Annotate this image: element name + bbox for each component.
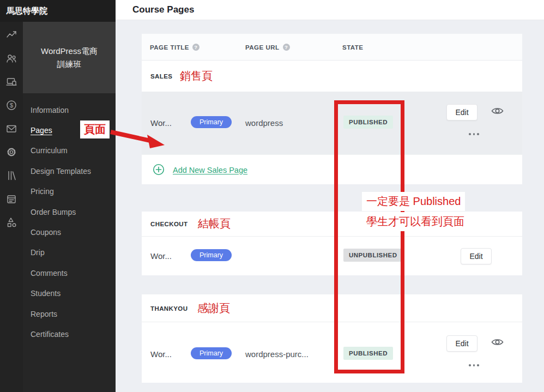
- thankyou-section-header: THANKYOU 感謝頁: [142, 294, 522, 322]
- edit-button[interactable]: Edit: [461, 248, 492, 264]
- sidebar-item-design-templates[interactable]: Design Templates: [23, 161, 116, 181]
- sidebar-item-reports[interactable]: Reports: [23, 304, 116, 324]
- main-area: Course Pages PAGE TITLE ? PAGE URL ? STA…: [116, 0, 544, 392]
- revenue-icon[interactable]: $: [5, 99, 17, 111]
- primary-badge: Primary: [191, 249, 232, 261]
- column-page-title: PAGE TITLE ?: [150, 34, 200, 61]
- plus-circle-icon[interactable]: [153, 164, 165, 176]
- sidebar-item-curriculum[interactable]: Curriculum: [23, 141, 116, 161]
- school-name[interactable]: 馬思特學院: [0, 0, 116, 22]
- section-label-checkout: CHECKOUT: [150, 221, 188, 227]
- more-options-icon[interactable]: [469, 364, 479, 366]
- sidebar-item-coupons[interactable]: Coupons: [23, 222, 116, 242]
- preview-eye-icon[interactable]: [491, 337, 504, 349]
- published-note-line1: 一定要是 Published: [362, 192, 465, 211]
- course-title: WordPress電商訓練班: [23, 22, 116, 93]
- page-title-cell: Wor...: [150, 349, 172, 359]
- icon-rail: $: [0, 22, 23, 392]
- pages-annotation-label: 頁面: [80, 120, 110, 138]
- section-label-sales: SALES: [150, 73, 172, 80]
- sales-section-header: SALES 銷售頁: [142, 61, 522, 92]
- status-badge: UNPUBLISHED: [343, 249, 403, 262]
- edit-button[interactable]: Edit: [446, 335, 477, 352]
- page-url-cell: wordpress-purc...: [245, 349, 309, 359]
- column-label: PAGE TITLE: [150, 44, 189, 51]
- edit-button[interactable]: Edit: [446, 104, 477, 120]
- table-row: Wor... Primary wordpress PUBLISHED Edit: [142, 92, 522, 154]
- published-note-line2: 學生才可以看到頁面: [362, 212, 469, 231]
- library-icon[interactable]: [5, 170, 17, 182]
- sidebar-item-comments[interactable]: Comments: [23, 263, 116, 283]
- status-badge: PUBLISHED: [343, 347, 393, 360]
- page-url-cell: wordpress: [245, 118, 283, 128]
- add-new-sales-page-row: Add New Sales Page: [142, 154, 522, 184]
- page-title-cell: Wor...: [150, 251, 172, 261]
- sidebar-item-order-bumps[interactable]: Order Bumps: [23, 202, 116, 222]
- devices-icon[interactable]: [5, 76, 17, 88]
- sidebar-item-students[interactable]: Students: [23, 284, 116, 304]
- help-icon[interactable]: ?: [192, 44, 200, 51]
- primary-badge: Primary: [191, 347, 232, 359]
- course-sidebar: WordPress電商訓練班 Information Pages Curricu…: [23, 22, 116, 392]
- sidebar-item-certificates[interactable]: Certificates: [23, 324, 116, 344]
- sidebar-item-drip[interactable]: Drip: [23, 243, 116, 263]
- top-bar: Course Pages: [116, 0, 544, 20]
- email-icon[interactable]: [5, 123, 17, 135]
- column-label: STATE: [342, 44, 364, 51]
- more-options-icon[interactable]: [469, 133, 479, 135]
- settings-icon[interactable]: [5, 146, 17, 158]
- help-icon[interactable]: ?: [283, 44, 290, 51]
- section-label-thankyou: THANKYOU: [150, 305, 188, 312]
- primary-badge: Primary: [191, 116, 232, 128]
- thankyou-section: THANKYOU 感謝頁 Wor... Primary wordpress-pu…: [142, 294, 522, 383]
- preview-eye-icon[interactable]: [491, 106, 504, 118]
- table-row: Wor... Primary wordpress-purc... PUBLISH…: [142, 322, 522, 383]
- annotation-thankyou: 感謝頁: [197, 301, 230, 316]
- add-new-sales-page-link[interactable]: Add New Sales Page: [173, 155, 247, 185]
- page-title: Course Pages: [132, 4, 194, 15]
- sales-section: SALES 銷售頁 Wor... Primary wordpress PUBLI…: [142, 61, 522, 184]
- schedule-icon[interactable]: [5, 193, 17, 205]
- annotation-sales: 銷售頁: [180, 69, 213, 83]
- table-row: Wor... Primary UNPUBLISHED Edit: [142, 236, 522, 275]
- app-window: 馬思特學院 $ WordPress電商訓練班: [0, 0, 544, 392]
- column-state: STATE: [342, 34, 364, 61]
- sidebar-item-information[interactable]: Information: [23, 100, 116, 120]
- svg-text:$: $: [10, 102, 13, 108]
- users-icon[interactable]: [5, 52, 17, 64]
- page-title-cell: Wor...: [150, 118, 172, 128]
- column-page-url: PAGE URL ?: [245, 34, 290, 61]
- status-badge: PUBLISHED: [343, 116, 393, 129]
- annotation-checkout: 結帳頁: [198, 216, 231, 231]
- sidebar-item-pricing[interactable]: Pricing: [23, 182, 116, 202]
- analytics-icon[interactable]: [5, 29, 17, 41]
- table-header: PAGE TITLE ? PAGE URL ? STATE: [142, 34, 522, 61]
- column-label: PAGE URL: [245, 44, 280, 51]
- integrations-icon[interactable]: [5, 216, 17, 228]
